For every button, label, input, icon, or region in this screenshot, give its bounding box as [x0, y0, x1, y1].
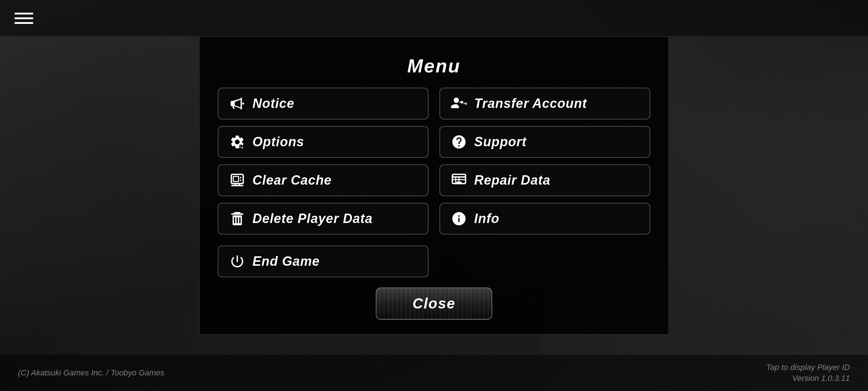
transfer-account-button[interactable]: Transfer Account	[439, 88, 650, 119]
svg-point-0	[242, 102, 244, 105]
options-label: Options	[252, 134, 304, 150]
delete-player-data-button[interactable]: Delete Player Data	[218, 203, 429, 235]
info-label: Info	[474, 211, 499, 226]
gear-icon	[229, 133, 246, 151]
options-button[interactable]: Options	[218, 126, 429, 158]
clear-cache-label: Clear Cache	[252, 173, 332, 188]
svg-point-1	[454, 98, 459, 103]
hamburger-line-3	[14, 22, 33, 24]
info-icon	[450, 210, 468, 227]
top-bar	[0, 0, 868, 36]
repair-icon	[450, 172, 468, 189]
power-icon	[229, 253, 246, 270]
end-game-label: End Game	[252, 254, 320, 269]
menu-modal: Menu Notice Transfer Account	[199, 36, 669, 335]
hamburger-line-1	[14, 13, 33, 14]
svg-rect-13	[456, 182, 462, 184]
version-text: Version 1.0.3.11	[792, 374, 850, 383]
end-game-button[interactable]: End Game	[218, 245, 429, 277]
close-button[interactable]: Close	[376, 287, 493, 320]
cache-icon	[229, 172, 246, 189]
repair-data-button[interactable]: Repair Data	[439, 164, 650, 196]
transfer-icon	[450, 95, 468, 112]
menu-title: Menu	[218, 48, 650, 88]
bottom-right: Tap to display Player ID Version 1.0.3.1…	[766, 363, 850, 383]
question-icon	[450, 133, 468, 151]
menu-grid: Notice Transfer Account	[218, 88, 650, 235]
svg-rect-4	[233, 176, 239, 182]
close-label: Close	[413, 295, 456, 311]
hamburger-menu-button[interactable]	[14, 13, 33, 24]
hamburger-line-2	[14, 17, 33, 19]
close-row: Close	[218, 287, 650, 320]
bottom-bar: (C) Akatsuki Games Inc. / Toobyo Games T…	[0, 355, 868, 391]
megaphone-icon	[229, 95, 246, 112]
transfer-account-label: Transfer Account	[474, 96, 587, 111]
trash-icon	[229, 210, 246, 227]
repair-data-label: Repair Data	[474, 173, 550, 188]
copyright: (C) Akatsuki Games Inc. / Toobyo Games	[18, 368, 164, 378]
notice-label: Notice	[252, 96, 294, 111]
end-game-row: End Game	[218, 245, 650, 277]
player-id-prompt[interactable]: Tap to display Player ID	[766, 363, 850, 372]
delete-player-data-label: Delete Player Data	[252, 211, 373, 226]
support-label: Support	[474, 134, 527, 150]
info-button[interactable]: Info	[439, 203, 650, 235]
clear-cache-button[interactable]: Clear Cache	[218, 164, 429, 196]
notice-button[interactable]: Notice	[218, 88, 429, 119]
support-button[interactable]: Support	[439, 126, 650, 158]
